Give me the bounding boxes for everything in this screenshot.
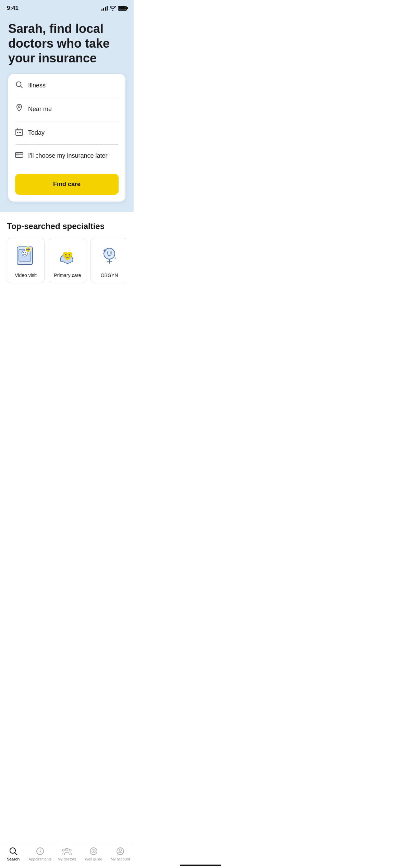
location-field[interactable]: Near me — [15, 97, 119, 121]
svg-line-1 — [21, 86, 23, 88]
svg-point-23 — [69, 254, 70, 255]
status-time: 9:41 — [7, 5, 19, 12]
location-field-text: Near me — [28, 106, 52, 113]
specialty-label-primary-care: Primary care — [54, 273, 81, 278]
insurance-field-text: I'll choose my insurance later — [28, 152, 108, 159]
search-card: Illness Near me — [8, 74, 125, 202]
svg-point-17 — [23, 252, 24, 253]
obgyn-illustration — [97, 244, 122, 268]
status-icons — [101, 6, 127, 11]
main-content: Top-searched specialties — [0, 212, 134, 320]
insurance-icon — [15, 152, 23, 160]
specialty-card-primary-care[interactable]: Primary care — [49, 238, 86, 283]
svg-point-22 — [65, 254, 66, 255]
svg-rect-8 — [19, 132, 20, 133]
video-visit-illustration — [13, 244, 38, 268]
specialty-label-video-visit: Video visit — [15, 273, 37, 278]
svg-rect-7 — [17, 132, 18, 133]
illness-field-text: Illness — [28, 82, 46, 89]
date-field[interactable]: Today — [15, 121, 119, 145]
specialties-grid: Video visit Primary care — [7, 238, 127, 286]
insurance-field[interactable]: I'll choose my insurance later — [15, 145, 119, 167]
date-field-text: Today — [28, 129, 45, 136]
svg-point-25 — [107, 252, 108, 254]
signal-icon — [101, 6, 108, 11]
location-icon — [15, 104, 23, 114]
specialty-card-video-visit[interactable]: Video visit — [7, 238, 45, 283]
primary-care-illustration — [55, 244, 80, 268]
specialty-card-obgyn[interactable]: OBGYN — [90, 238, 127, 283]
svg-point-18 — [25, 252, 26, 253]
svg-point-24 — [104, 248, 115, 259]
svg-point-2 — [19, 106, 20, 107]
hero-section: Sarah, find local doctors who take your … — [0, 14, 134, 212]
illness-field[interactable]: Illness — [15, 74, 119, 97]
find-care-button[interactable]: Find care — [15, 174, 119, 195]
status-bar: 9:41 — [0, 0, 134, 14]
svg-rect-9 — [20, 132, 21, 133]
specialty-label-obgyn: OBGYN — [101, 273, 118, 278]
specialties-section-title: Top-searched specialties — [7, 221, 127, 231]
search-icon — [15, 81, 23, 90]
battery-icon — [118, 6, 127, 11]
svg-rect-10 — [15, 153, 23, 157]
svg-point-26 — [110, 252, 112, 254]
wifi-icon — [110, 6, 116, 11]
hero-title: Sarah, find local doctors who take your … — [8, 21, 125, 66]
calendar-icon — [15, 128, 23, 137]
